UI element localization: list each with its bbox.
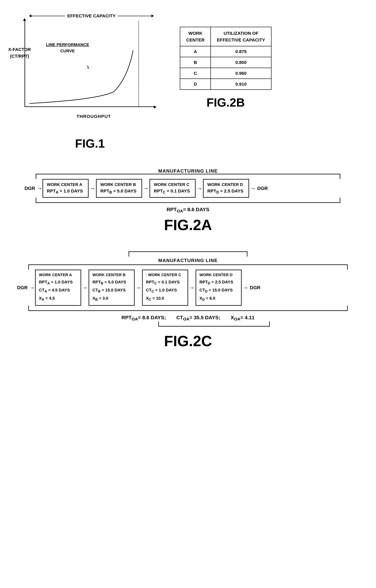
- fig1-title: FIG.1: [75, 137, 105, 150]
- fig2b-container: WORKCENTER UTILIZATION OFEFFECTIVE CAPAC…: [180, 27, 272, 109]
- fig2a-flow: DGR → WORK CENTER A RPTA = 1.0 DAYS → WO…: [24, 179, 352, 198]
- fig2c-rpt-oa: RPTOA= 8.6 DAYS;: [121, 315, 166, 322]
- fig2c-ct-oa: CTOA= 35.5 DAYS;: [177, 315, 220, 322]
- fig1-x-label: THROUGHPUT: [76, 114, 111, 119]
- fig2c-wcb-box: WORK CENTER B RPTB = 5.0 DAYS CTB = 15.0…: [89, 270, 135, 306]
- effective-capacity-label: EFFECTIVE CAPACITY: [65, 13, 118, 18]
- fig2c-wcd-vals: RPTD = 2.5 DAYS CTD = 15.0 DAYS XD = 6.0: [199, 278, 238, 303]
- col-workcenter-header: WORKCENTER: [180, 27, 211, 46]
- fig2c-dgr-right: DGR: [250, 285, 260, 290]
- top-section: X-FACTOR(CT/RPT) EFFECTIVE CAPACITY: [12, 9, 364, 150]
- fig2b-utilization-cell: 0.800: [211, 57, 271, 68]
- work-center-b-box: WORK CENTER B RPTB = 5.0 DAYS: [96, 179, 142, 198]
- fig2c-section: MANUFACTURING LINE DGR → WORK CENTER A R…: [12, 251, 364, 350]
- fig2c-flow: DGR → WORK CENTER A RPTA = 1.0 DAYS CTA …: [17, 270, 359, 306]
- fig2a-mfg-label: MANUFACTURING LINE: [158, 168, 218, 174]
- fig2b-table: WORKCENTER UTILIZATION OFEFFECTIVE CAPAC…: [180, 27, 272, 90]
- fig2c-wca-box: WORK CENTER A RPTA = 1.0 DAYS CTA = 4.5 …: [35, 270, 81, 306]
- fig2a-dgr-right: DGR: [257, 186, 268, 191]
- work-center-c-box: WORK CENTER C RPTC = 0.1 DAYS: [149, 179, 196, 198]
- fig2c-bottom-values: RPTOA= 8.6 DAYS; CTOA= 35.5 DAYS; XOA= 4…: [121, 315, 254, 322]
- fig2c-dgr-left: DGR: [17, 285, 28, 290]
- fig2a-title: FIG.2A: [164, 216, 212, 233]
- fig2c-wcb-title: WORK CENTER B: [93, 273, 131, 277]
- work-center-d-box: WORK CENTER D RPTD = 2.5 DAYS: [203, 179, 249, 198]
- fig2c-wcc-vals: RPTC = 0.1 DAYS CTC = 1.0 DAYS XC = 10.0: [146, 278, 184, 303]
- fig2c-wcc-title: · WORK CENTER C: [146, 273, 184, 277]
- col-utilization-header: UTILIZATION OFEFFECTIVE CAPACITY: [211, 27, 271, 46]
- fig2c-wca-title: WORK CENTER A: [39, 273, 77, 277]
- fig2c-wca-vals: RPTA = 1.0 DAYS CTA = 4.5 DAYS XA = 4.5: [39, 278, 77, 303]
- fig2a-section: MANUFACTURING LINE DGR → WORK CENTER A R…: [12, 168, 364, 233]
- fig2b-center-cell: D: [180, 79, 211, 90]
- fig2b-utilization-cell: 0.875: [211, 46, 271, 57]
- wc-b-rpt: RPTB = 5.0 DAYS: [100, 189, 138, 194]
- fig2b-utilization-cell: 0.910: [211, 79, 271, 90]
- fig2c-x-oa: XOA= 4.11: [231, 315, 255, 322]
- fig1-container: X-FACTOR(CT/RPT) EFFECTIVE CAPACITY: [12, 9, 168, 150]
- fig2c-wcb-vals: RPTB = 5.0 DAYS CTB = 15.0 DAYS XB = 3.0: [93, 278, 131, 303]
- wc-b-title: WORK CENTER B: [100, 182, 138, 187]
- fig2b-center-cell: A: [180, 46, 211, 57]
- fig2a-dgr-left: DGR: [24, 186, 35, 191]
- fig2c-wcc-box: · WORK CENTER C RPTC = 0.1 DAYS CTC = 1.…: [142, 270, 188, 306]
- work-center-a-box: WORK CENTER A RPTA = 1.0 DAYS: [42, 179, 89, 198]
- fig2b-center-cell: B: [180, 57, 211, 68]
- wc-c-rpt: RPTC = 0.1 DAYS: [154, 189, 191, 194]
- fig2a-rpt-oa: RPTOA= 8.6 DAYS: [167, 207, 209, 213]
- fig2b-title: FIG.2B: [207, 96, 245, 109]
- fig2c-wcd-title: WORK CENTER D: [199, 273, 238, 277]
- fig2b-center-cell: C: [180, 68, 211, 79]
- fig2c-title: FIG.2C: [164, 333, 212, 350]
- fig2b-utilization-cell: 0.960: [211, 68, 271, 79]
- wc-a-title: WORK CENTER A: [47, 182, 84, 187]
- fig2c-mfg-label: MANUFACTURING LINE: [158, 258, 218, 263]
- wc-a-rpt: RPTA = 1.0 DAYS: [47, 189, 84, 194]
- fig2c-wcd-box: WORK CENTER D RPTD = 2.5 DAYS CTD = 15.0…: [196, 270, 242, 306]
- wc-c-title: WORK CENTER C: [154, 182, 191, 187]
- wc-d-title: WORK CENTER D: [207, 182, 245, 187]
- wc-d-rpt: RPTD = 2.5 DAYS: [207, 189, 245, 194]
